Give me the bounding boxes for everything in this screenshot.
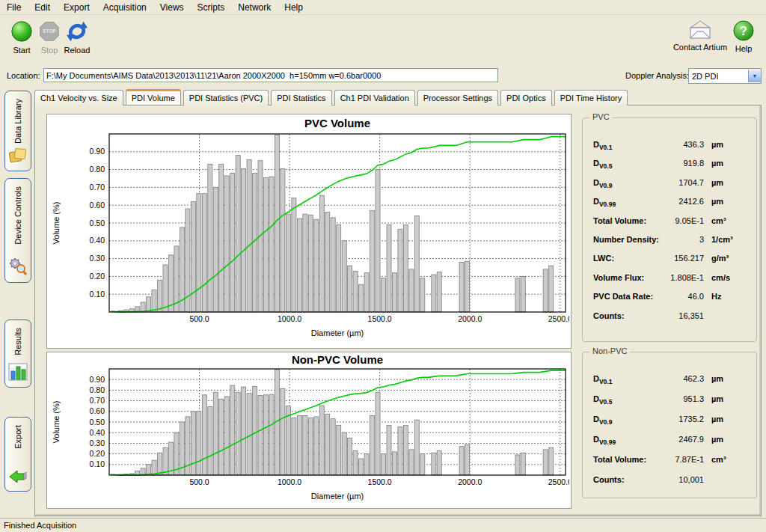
folders-icon xyxy=(8,147,28,166)
svg-text:Diameter (µm): Diameter (µm) xyxy=(311,328,364,337)
contact-artium-label: Contact Artium xyxy=(672,43,729,52)
sidebar-item-results[interactable]: Results xyxy=(4,319,31,388)
chevron-down-icon[interactable]: ▼ xyxy=(748,70,761,82)
menu-network[interactable]: Network xyxy=(231,1,278,14)
svg-text:0.10: 0.10 xyxy=(90,290,105,299)
svg-text:STOP: STOP xyxy=(43,28,56,34)
stat-row-dv099: DV0.99 2412.6 µm xyxy=(583,193,756,212)
status-text: Finished Acquisition xyxy=(4,521,76,530)
sidebar-item-data-library[interactable]: Data Library xyxy=(4,91,31,171)
toolbar: Start STOP Stop xyxy=(0,15,766,61)
stat-row-total-volume: Total Volume: 9.05E-1 cm³ xyxy=(583,213,756,231)
reload-label: Reload xyxy=(59,46,95,55)
help-label: Help xyxy=(727,44,760,53)
menu-help[interactable]: Help xyxy=(278,1,310,14)
svg-text:500.0: 500.0 xyxy=(189,477,209,486)
sidebar-item-export[interactable]: Export xyxy=(4,417,31,492)
svg-text:0.30: 0.30 xyxy=(90,254,105,263)
svg-text:Diameter (µm): Diameter (µm) xyxy=(311,492,364,501)
menu-scripts[interactable]: Scripts xyxy=(191,1,232,14)
svg-text:Non-PVC Volume: Non-PVC Volume xyxy=(292,353,383,366)
doppler-analysis-label: Doppler Analysis: xyxy=(625,71,689,80)
menu-acquisition[interactable]: Acquisition xyxy=(96,1,153,14)
svg-text:0.80: 0.80 xyxy=(90,385,105,394)
reload-button[interactable]: Reload xyxy=(59,19,95,55)
svg-text:0.50: 0.50 xyxy=(90,418,105,426)
gears-magnifier-icon xyxy=(8,257,28,278)
menu-file[interactable]: File xyxy=(0,1,28,14)
svg-text:0.70: 0.70 xyxy=(90,183,105,192)
stat-row-volume-flux: Volume Flux: 1.808E-1 cm/s xyxy=(583,269,756,288)
export-label: Export xyxy=(13,425,22,449)
menu-views[interactable]: Views xyxy=(153,1,191,14)
results-label: Results xyxy=(13,328,22,355)
svg-text:1500.0: 1500.0 xyxy=(368,314,392,323)
stat-row-counts: Counts: 16,351 xyxy=(583,308,756,326)
stat-row-lwc: LWC: 156.217 g/m³ xyxy=(583,250,756,269)
tab-pdi-statistics-pvc[interactable]: PDI Statistics (PVC) xyxy=(183,90,269,106)
device-controls-label: Device Controls xyxy=(13,186,22,245)
svg-text:0.50: 0.50 xyxy=(90,218,105,227)
tab-pdi-volume[interactable]: PDI Volume xyxy=(126,89,181,105)
location-label: Location: xyxy=(7,71,40,80)
svg-text:500.0: 500.0 xyxy=(189,314,209,323)
stat-row-dv09: DV0.9 1704.7 µm xyxy=(583,174,756,193)
menu-export[interactable]: Export xyxy=(57,1,96,14)
tab-pdi-optics[interactable]: PDI Optics xyxy=(500,90,552,106)
pvc-volume-chart: 0.100.200.300.400.500.600.700.800.90500.… xyxy=(47,114,571,348)
tab-pdi-statistics[interactable]: PDI Statistics xyxy=(271,90,331,106)
svg-text:PVC Volume: PVC Volume xyxy=(304,117,370,129)
stat-row-dv05: DV0.5 919.8 µm xyxy=(583,155,756,174)
nonpvc-stats-group: Non-PVC DV0.1 462.3 µm DV0.5 951.3 µm DV… xyxy=(582,352,757,498)
stat-row-dv09: DV0.9 1735.2 µm xyxy=(583,411,756,431)
svg-text:2000.0: 2000.0 xyxy=(458,314,482,323)
svg-text:Volume (%): Volume (%) xyxy=(52,202,61,245)
tab-pdi-time-history[interactable]: PDI Time History xyxy=(554,90,628,106)
stop-icon: STOP xyxy=(37,36,61,45)
svg-text:0.20: 0.20 xyxy=(90,272,105,281)
svg-text:0.30: 0.30 xyxy=(90,438,105,447)
reload-icon xyxy=(65,36,89,45)
svg-text:0.20: 0.20 xyxy=(90,449,105,458)
tab-ch1-pdi-validation[interactable]: Ch1 PDI Validation xyxy=(334,90,415,106)
sidebar-item-device-controls[interactable]: Device Controls xyxy=(4,178,31,283)
svg-text:0.10: 0.10 xyxy=(90,459,105,468)
help-button[interactable]: ? Help xyxy=(727,19,760,53)
tab-processor-settings[interactable]: Processor Settings xyxy=(417,90,498,106)
tab-ch1-velocity-vs-size[interactable]: Ch1 Velocity vs. Size xyxy=(34,90,123,106)
tab-bar: Ch1 Velocity vs. Size PDI Volume PDI Sta… xyxy=(34,89,628,105)
stat-row-dv01: DV0.1 462.3 µm xyxy=(583,370,756,391)
doppler-analysis-value: 2D PDI xyxy=(689,72,748,81)
svg-text:0.60: 0.60 xyxy=(90,201,105,210)
start-icon xyxy=(10,36,34,45)
pvc-group-title: PVC xyxy=(589,112,613,121)
menu-edit[interactable]: Edit xyxy=(28,1,57,14)
nonpvc-volume-chart: 0.100.200.300.400.500.600.700.800.90500.… xyxy=(47,352,571,508)
svg-text:0.40: 0.40 xyxy=(90,428,105,437)
stat-row-counts: Counts: 10,001 xyxy=(583,471,756,492)
svg-text:0.60: 0.60 xyxy=(90,406,105,415)
help-icon: ? xyxy=(732,34,755,43)
svg-text:2000.0: 2000.0 xyxy=(458,477,482,486)
nonpvc-volume-chart-panel: 0.100.200.300.400.500.600.700.800.90500.… xyxy=(46,352,572,509)
menu-bar: File Edit Export Acquisition Views Scrip… xyxy=(0,0,766,15)
doppler-analysis-select[interactable]: 2D PDI ▼ xyxy=(688,68,762,84)
pvc-stats-group: PVC DV0.1 436.3 µm DV0.5 919.8 µm DV0.9 … xyxy=(582,117,757,342)
data-library-label: Data Library xyxy=(13,99,22,144)
svg-text:2500.0: 2500.0 xyxy=(548,477,569,486)
svg-text:0.70: 0.70 xyxy=(90,396,105,405)
export-arrow-icon xyxy=(8,468,28,486)
stat-row-dv05: DV0.5 951.3 µm xyxy=(583,391,756,411)
svg-text:0.80: 0.80 xyxy=(90,165,105,174)
svg-text:Volume (%): Volume (%) xyxy=(52,401,61,444)
nonpvc-group-title: Non-PVC xyxy=(589,346,630,355)
envelope-icon xyxy=(687,33,714,42)
svg-text:1000.0: 1000.0 xyxy=(278,477,301,486)
svg-text:1500.0: 1500.0 xyxy=(368,477,392,486)
aims-application-window: File Edit Export Acquisition Views Scrip… xyxy=(0,0,766,532)
contact-artium-button[interactable]: Contact Artium xyxy=(672,19,729,52)
bar-chart-icon xyxy=(8,363,28,382)
location-input[interactable] xyxy=(43,68,498,82)
svg-text:1000.0: 1000.0 xyxy=(278,314,301,323)
svg-text:0.90: 0.90 xyxy=(90,147,105,156)
